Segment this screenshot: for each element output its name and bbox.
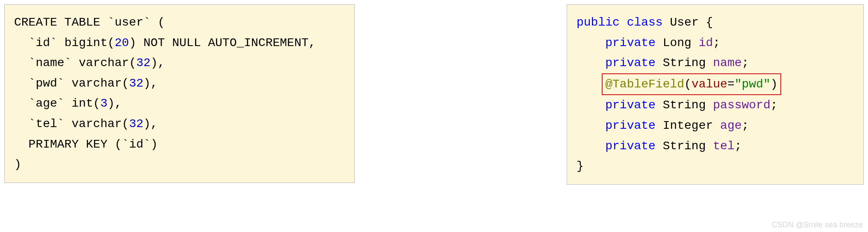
sql-lp: ( — [107, 36, 115, 49]
sql-type: varchar — [71, 77, 122, 90]
java-classname: User — [670, 16, 698, 29]
sql-type: varchar — [71, 117, 122, 130]
sql-num: 32 — [129, 77, 144, 90]
sql-rp: ) — [129, 36, 136, 49]
sql-col-pwd: `pwd` — [29, 77, 65, 90]
java-semi: ; — [713, 36, 720, 49]
java-semi: ; — [742, 119, 749, 132]
java-obrace: { — [706, 16, 713, 29]
sql-comma: , — [309, 36, 316, 49]
java-kw-private: private — [605, 99, 656, 112]
sql-col-id: `id` — [29, 36, 57, 49]
sql-comma: , — [115, 97, 122, 110]
sql-code-block: CREATE TABLE `user` ( `id` bigint(20) NO… — [4, 4, 355, 183]
sql-lp: ( — [122, 117, 129, 130]
java-semi: ; — [771, 99, 778, 112]
java-anno-eq: = — [727, 78, 735, 91]
java-field-id: id — [699, 36, 713, 49]
sql-comma: , — [158, 56, 165, 70]
sql-type: int — [71, 97, 93, 110]
sql-pk-col: `id` — [122, 138, 150, 151]
java-field-age: age — [720, 119, 741, 132]
java-field-name: name — [713, 56, 741, 70]
java-field-tel: tel — [713, 139, 734, 153]
java-semi: ; — [735, 139, 742, 153]
java-semi: ; — [742, 56, 749, 70]
java-type-string: String — [663, 99, 706, 112]
sql-keyword-create: CREATE TABLE — [14, 16, 100, 29]
java-kw-class: class — [627, 16, 663, 29]
watermark-text: CSDN @Smile sea breeze — [772, 220, 863, 229]
java-kw-private: private — [605, 56, 656, 70]
sql-num: 32 — [136, 56, 151, 70]
sql-type: varchar — [79, 56, 129, 70]
sql-lp: ( — [122, 77, 129, 90]
java-type-string: String — [663, 56, 706, 70]
sql-col-name: `name` — [29, 56, 72, 70]
java-kw-public: public — [577, 16, 620, 29]
java-anno-rp: ) — [771, 78, 778, 91]
java-anno-key: value — [691, 78, 727, 91]
sql-lp: ( — [115, 138, 122, 151]
sql-rp: ) — [107, 97, 115, 110]
sql-type: bigint — [65, 36, 108, 49]
sql-col-age: `age` — [29, 97, 65, 110]
sql-paren: ( — [158, 16, 165, 29]
java-type-string: String — [663, 139, 706, 153]
java-kw-private: private — [605, 119, 656, 132]
java-kw-private: private — [605, 36, 656, 49]
java-type-long: Long — [663, 36, 691, 49]
code-comparison-container: CREATE TABLE `user` ( `id` bigint(20) NO… — [4, 4, 864, 185]
sql-rp: ) — [143, 77, 150, 90]
sql-table-name: `user` — [107, 16, 150, 29]
java-annotation: @TableField — [605, 78, 684, 91]
sql-comma: , — [150, 77, 158, 90]
sql-col-tel: `tel` — [29, 117, 65, 130]
sql-lp: ( — [93, 97, 100, 110]
sql-rp: ) — [143, 117, 150, 130]
annotation-highlight: @TableField(value="pwd") — [602, 73, 781, 96]
sql-num: 20 — [115, 36, 129, 49]
sql-ai: AUTO_INCREMENT — [208, 36, 309, 49]
sql-rp: ) — [150, 138, 158, 151]
java-cbrace: } — [577, 160, 584, 173]
java-type-integer: Integer — [663, 119, 713, 132]
sql-pk: PRIMARY KEY — [29, 138, 108, 151]
sql-num: 32 — [129, 117, 144, 130]
java-field-password: password — [713, 99, 770, 112]
sql-rp: ) — [150, 56, 158, 70]
sql-comma: , — [150, 117, 158, 130]
sql-lp: ( — [129, 56, 136, 70]
java-kw-private: private — [605, 139, 656, 153]
java-code-block: public class User { private Long id; pri… — [567, 4, 864, 185]
java-anno-val: "pwd" — [735, 78, 771, 91]
sql-close: ) — [14, 158, 21, 171]
sql-nn: NOT NULL — [144, 36, 201, 49]
sql-num: 3 — [100, 97, 108, 110]
java-anno-lp: ( — [684, 78, 691, 91]
